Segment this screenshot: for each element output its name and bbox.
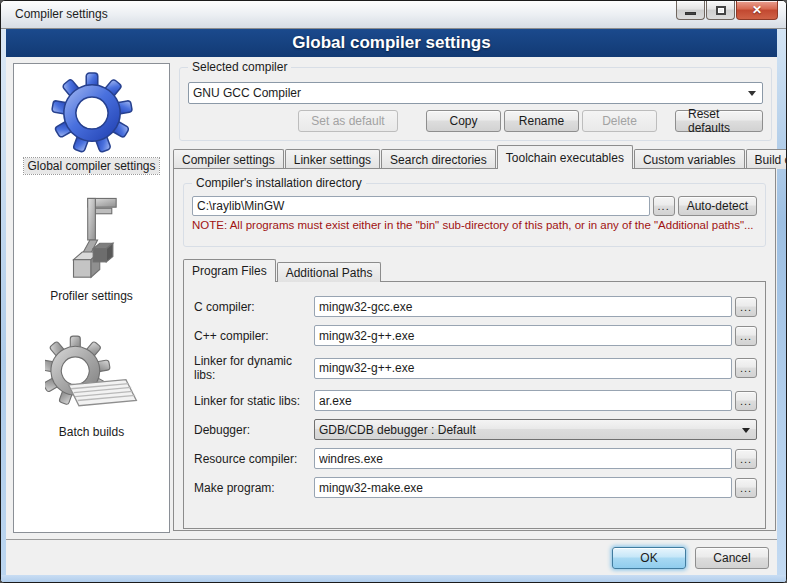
field-label: C++ compiler: [194,329,314,343]
batch-builds-icon [45,334,139,420]
window-frame-right [777,29,786,582]
field-row-resource-compiler: Resource compiler: ... [194,448,757,469]
installation-directory-group: Compiler's installation directory ... Au… [183,183,766,247]
browse-resource-compiler-button[interactable]: ... [735,449,757,469]
c-compiler-input[interactable] [314,296,732,317]
installation-path-row: ... Auto-detect [192,196,757,216]
blue-gear-icon [51,72,133,154]
tab-compiler-settings[interactable]: Compiler settings [173,149,284,169]
program-tabs: Program Files Additional Paths [183,259,766,282]
sidebar-item-label: Batch builds [56,424,127,440]
compiler-select-value: GNU GCC Compiler [193,86,301,100]
window-controls: ✕ [675,1,778,20]
field-row-linker-dynamic: Linker for dynamic libs: ... [194,354,757,382]
settings-category-list: Global compiler settings [13,63,170,533]
tab-toolchain-executables[interactable]: Toolchain executables [497,145,633,169]
toolchain-executables-panel: Compiler's installation directory ... Au… [173,168,776,531]
field-label: Make program: [194,481,314,495]
tab-build-options[interactable]: Build options [746,149,787,169]
close-button[interactable]: ✕ [736,1,778,20]
browse-make-program-button[interactable]: ... [735,478,757,498]
make-program-input[interactable] [314,477,732,498]
browse-directory-button[interactable]: ... [653,196,675,216]
field-label: Linker for static libs: [194,394,314,408]
sidebar-item-profiler-settings[interactable]: Profiler settings [47,196,136,304]
debugger-select-value: GDB/CDB debugger : Default [319,423,476,437]
field-row-c-compiler: C compiler: ... [194,296,757,317]
set-as-default-button[interactable]: Set as default [298,110,398,132]
installation-directory-input[interactable] [192,196,650,216]
caliper-icon [56,196,126,284]
chevron-down-icon [742,428,750,433]
tab-linker-settings[interactable]: Linker settings [285,149,380,169]
browse-c-compiler-button[interactable]: ... [735,297,757,317]
debugger-select[interactable]: GDB/CDB debugger : Default [314,419,757,440]
compiler-actions: Set as default Copy Rename Delete Reset … [188,110,763,132]
titlebar[interactable]: Compiler settings ✕ [1,1,786,29]
dialog-footer: OK Cancel [6,540,777,575]
field-label: Debugger: [194,423,314,437]
auto-detect-button[interactable]: Auto-detect [678,196,757,216]
installation-directory-group-label: Compiler's installation directory [192,176,366,190]
ok-button[interactable]: OK [612,547,686,569]
reset-defaults-button[interactable]: Reset defaults [675,110,763,132]
sidebar-item-label: Global compiler settings [24,158,158,174]
note-text: NOTE: All programs must exist either in … [192,219,757,231]
field-label: Resource compiler: [194,452,314,466]
selected-compiler-group: Selected compiler GNU GCC Compiler Set a… [179,67,772,141]
linker-dynamic-input[interactable] [314,358,732,379]
restore-button[interactable] [706,1,735,20]
resource-compiler-input[interactable] [314,448,732,469]
field-label: Linker for dynamic libs: [194,354,314,382]
minimize-button[interactable] [676,1,705,20]
restore-icon [716,6,726,15]
close-icon: ✕ [752,3,762,17]
minimize-icon [685,12,696,15]
sidebar-item-global-compiler-settings[interactable]: Global compiler settings [24,72,158,174]
rename-button[interactable]: Rename [504,110,579,132]
browse-linker-dynamic-button[interactable]: ... [735,358,757,378]
cancel-button[interactable]: Cancel [695,547,769,569]
selected-compiler-group-label: Selected compiler [188,60,291,74]
program-files-panel: C compiler: ... C++ compiler: ... Linker… [183,281,766,529]
settings-tabs: Compiler settings Linker settings Search… [173,145,776,169]
page-title: Global compiler settings [6,29,777,57]
tab-program-files[interactable]: Program Files [183,259,276,282]
cpp-compiler-input[interactable] [314,325,732,346]
compiler-select[interactable]: GNU GCC Compiler [188,82,763,104]
sidebar-item-label: Profiler settings [47,288,136,304]
browse-cpp-compiler-button[interactable]: ... [735,326,757,346]
linker-static-input[interactable] [314,390,732,411]
window-frame-bottom [1,575,786,582]
tab-custom-variables[interactable]: Custom variables [634,149,745,169]
copy-button[interactable]: Copy [426,110,501,132]
field-row-make-program: Make program: ... [194,477,757,498]
tab-additional-paths[interactable]: Additional Paths [277,262,382,282]
compiler-settings-dialog: Compiler settings ✕ Global compiler sett… [0,0,787,583]
chevron-down-icon [748,91,756,96]
browse-linker-static-button[interactable]: ... [735,391,757,411]
tab-search-directories[interactable]: Search directories [381,149,496,169]
field-row-cpp-compiler: C++ compiler: ... [194,325,757,346]
field-row-linker-static: Linker for static libs: ... [194,390,757,411]
delete-button[interactable]: Delete [582,110,657,132]
field-label: C compiler: [194,300,314,314]
sidebar-item-batch-builds[interactable]: Batch builds [45,334,139,440]
field-row-debugger: Debugger: GDB/CDB debugger : Default [194,419,757,440]
client-area: Global compiler settings [6,29,777,575]
window-title: Compiler settings [15,7,108,21]
